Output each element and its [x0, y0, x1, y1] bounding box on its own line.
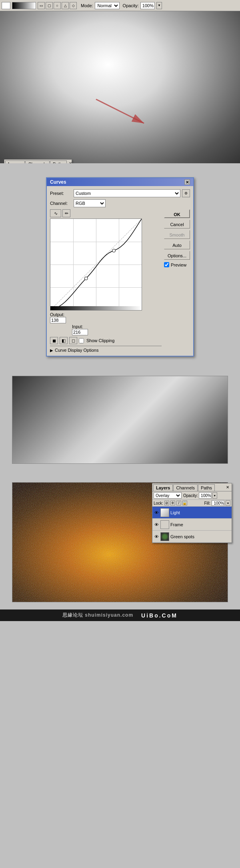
layer-row-light-2[interactable]: 👁 Light	[152, 507, 232, 519]
tab-channels-2[interactable]: Channels	[173, 484, 197, 491]
layer-row-frame-2[interactable]: 👁 Frame	[152, 519, 232, 531]
curves-tool-pencil[interactable]: ✏	[62, 209, 70, 217]
canvas-image-1	[0, 11, 240, 163]
curves-left-section: ∿ ✏	[50, 209, 162, 353]
curves-settings-btn[interactable]: ⚙	[182, 189, 190, 197]
layers-panel-1: Layers Channels Paths ✕ Normal Opacity: …	[4, 159, 72, 163]
curves-channel-row: Channel: RGB	[50, 199, 190, 207]
preset-label: Preset:	[50, 191, 72, 196]
layer-row-greenspots-2[interactable]: 👁 Green spots	[152, 531, 232, 543]
layer-name-greenspots-2: Green spots	[170, 534, 230, 539]
eye-icon-light-2[interactable]: 👁	[154, 510, 159, 515]
lock-icon-all-2[interactable]: 🔒	[182, 501, 187, 505]
curves-display-options[interactable]: ▶ Curve Display Options	[50, 346, 162, 353]
expand-arrow-icon[interactable]: ▶	[50, 348, 53, 353]
curves-eyedropper-row: ◼ ◧ ◻ Show Clipping	[50, 337, 162, 344]
output-value-input[interactable]	[50, 317, 66, 323]
layers-lock-row-2: Lock: ⊘ ✛ / 🔒 Fill: ▼	[152, 500, 232, 507]
curves-graph-wrapper	[50, 219, 162, 311]
opacity-label: Opacity:	[123, 3, 139, 8]
curves-diagonal	[50, 219, 142, 310]
gradient-preview[interactable]	[12, 2, 36, 9]
shape-btn-round[interactable]: ▢	[46, 2, 53, 9]
shape-buttons: ▭ ▢ ○ △ ◇	[38, 2, 77, 9]
fill-label-2: Fill:	[204, 501, 210, 505]
blend-mode-select-2[interactable]: Overlay	[154, 492, 182, 499]
svg-line-1	[96, 99, 144, 123]
thumb-greenspots-2	[160, 532, 169, 541]
curves-dialog: Curves ✕ Preset: Custom ⚙ Channel: RGB	[46, 177, 194, 357]
opacity-input-2[interactable]	[199, 492, 212, 499]
shape-btn-circle[interactable]: ○	[54, 2, 61, 9]
tab-paths-2[interactable]: Paths	[198, 484, 215, 491]
mode-select[interactable]: Normal	[95, 2, 120, 9]
tab-layers-1[interactable]: Layers	[5, 160, 25, 163]
input-label: Input:	[72, 324, 162, 329]
tab-paths-1[interactable]: Paths	[50, 160, 67, 163]
layers-controls-2: Overlay Opacity: ▼	[152, 491, 232, 500]
lock-icon-move-2[interactable]: ✛	[170, 501, 175, 505]
opacity-input[interactable]	[140, 2, 155, 9]
channel-select[interactable]: RGB	[74, 199, 106, 207]
watermark-text: UiBo.CoM	[141, 612, 178, 619]
curves-right-btns: OK Cancel Smooth Auto Options... Preview	[164, 209, 190, 353]
fill-arrow-2[interactable]: ▼	[226, 500, 230, 506]
svg-point-3	[84, 277, 88, 280]
opacity-label-2: Opacity:	[183, 493, 198, 498]
spacer-1	[0, 163, 240, 169]
canvas-2-wrapper	[0, 369, 240, 471]
curves-tool-pen[interactable]: ∿	[50, 209, 61, 217]
shape-btn-rect[interactable]: ▭	[38, 2, 45, 9]
lock-label-2: Lock:	[154, 501, 163, 505]
opacity-arrow[interactable]: ▼	[156, 2, 162, 9]
shape-btn-triangle[interactable]: △	[62, 2, 69, 9]
opacity-arrow-2[interactable]: ▼	[212, 492, 217, 499]
show-clipping-checkbox[interactable]	[79, 338, 84, 343]
auto-button[interactable]: Auto	[164, 241, 190, 249]
output-label: Output:	[50, 312, 64, 317]
eye-icon-frame-2[interactable]: 👁	[154, 522, 159, 527]
layers-tabs-1: Layers Channels Paths ✕	[4, 160, 72, 163]
curves-output-row: Output:	[50, 312, 162, 317]
canvas-arrow	[92, 95, 152, 127]
lock-icon-paint-2[interactable]: /	[176, 501, 181, 505]
eyedropper-black-btn[interactable]: ◼	[50, 337, 58, 344]
layers-tabs-2: Layers Channels Paths ✕	[152, 483, 232, 491]
preview-checkbox[interactable]	[164, 262, 169, 267]
curves-dialog-wrapper: Curves ✕ Preset: Custom ⚙ Channel: RGB	[0, 169, 240, 365]
curves-titlebar: Curves ✕	[47, 178, 193, 186]
input-value-input[interactable]	[72, 329, 88, 335]
tool-preset-box[interactable]	[2, 2, 10, 9]
curves-body: Preset: Custom ⚙ Channel: RGB ∿	[47, 186, 193, 356]
curves-title: Curves	[50, 179, 66, 185]
cancel-button[interactable]: Cancel	[164, 220, 190, 229]
curves-close-btn[interactable]: ✕	[184, 179, 190, 185]
tab-channels-1[interactable]: Channels	[25, 160, 49, 163]
preset-select[interactable]: Custom	[74, 189, 180, 197]
eye-icon-greenspots-2[interactable]: 👁	[154, 534, 159, 539]
canvas-area-1: Layers Channels Paths ✕ Normal Opacity: …	[0, 11, 240, 163]
spacer-2	[0, 365, 240, 369]
eyedropper-white-btn[interactable]: ◻	[69, 337, 77, 344]
shape-btn-diamond[interactable]: ◇	[70, 2, 77, 9]
show-clipping-label: Show Clipping	[86, 338, 114, 343]
lock-icon-checkered-2[interactable]: ⊘	[164, 501, 169, 505]
options-button[interactable]: Options...	[164, 251, 190, 260]
panel-close-2[interactable]: ✕	[224, 484, 231, 491]
mode-label: Mode:	[81, 3, 93, 8]
canvas-3-wrapper: Layers Channels Paths ✕ Overlay Opacity:…	[0, 475, 240, 609]
svg-line-2	[50, 219, 142, 310]
tab-layers-2[interactable]: Layers	[153, 484, 173, 491]
site-label-left: 思緣论坛 shuimisiyuan.com	[62, 612, 133, 619]
fill-input-2[interactable]	[212, 500, 224, 506]
curves-tools: ∿ ✏	[50, 209, 162, 217]
panel-close-1[interactable]: ✕	[67, 160, 74, 163]
thumb-light-2	[160, 508, 169, 517]
layer-name-frame-2: Frame	[170, 522, 230, 527]
curves-graph[interactable]	[50, 219, 142, 311]
ok-button[interactable]: OK	[164, 209, 190, 218]
channel-label: Channel:	[50, 201, 72, 206]
smooth-button[interactable]: Smooth	[164, 230, 190, 239]
eyedropper-gray-btn[interactable]: ◧	[60, 337, 68, 344]
curves-main-area: ∿ ✏	[50, 209, 190, 353]
